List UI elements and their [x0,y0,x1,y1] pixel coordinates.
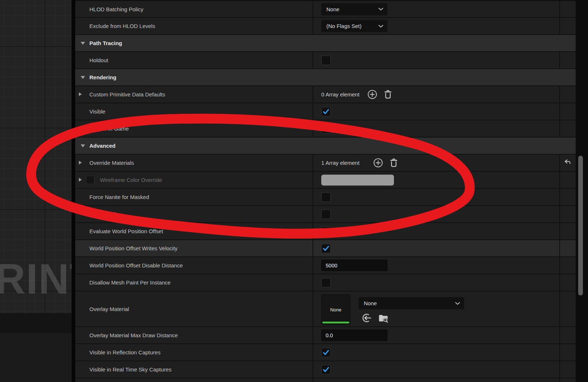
category-path-tracing[interactable]: Path Tracing [75,35,576,52]
row-partial [75,378,576,382]
visible-reflection-captures-checkbox[interactable] [321,348,331,357]
property-label: Visible in Real Time Sky Captures [89,366,172,373]
reset-to-default-button[interactable] [563,158,571,168]
chevron-down-icon [455,302,460,305]
overlay-material-thumbnail[interactable]: None [321,295,350,325]
property-label: World Position Offset Disable Distance [89,262,183,268]
collapse-arrow-icon[interactable] [81,76,85,79]
blueprint-viewport[interactable]: RINT [0,0,72,382]
row-override-materials: Override Materials 1 Array element [75,155,576,172]
wpo-writes-velocity-checkbox[interactable] [321,244,331,253]
row-visible-in-real-time-sky-captures: Visible in Real Time Sky Captures [75,361,576,378]
viewport-bottom-panel [0,333,72,382]
dropdown-value: None [364,300,377,306]
property-label: Evaluate World Position Offset [89,228,163,234]
disallow-mesh-paint-checkbox[interactable] [321,278,331,287]
property-label: World Position Offset Writes Velocity [89,245,178,251]
input-value: 0.0 [326,333,333,338]
thumbnail-label: None [330,307,341,313]
row-wireframe-color-override: Wireframe Color Override [75,172,576,189]
dropdown-value: None [326,6,339,12]
row-custom-primitive-data-defaults: Custom Primitive Data Defaults 0 Array e… [75,86,576,103]
row-allow-nanite: Allow Nanite [75,206,576,223]
dropdown-value: (No Flags Set) [326,23,362,29]
row-visible: Visible [75,103,576,120]
clear-array-button[interactable] [389,158,398,168]
row-hlod-batching-policy: HLOD Batching Policy None [75,1,576,18]
overlay-material-dropdown[interactable]: None [359,297,464,309]
property-label: Force Nanite for Masked [89,194,149,200]
row-evaluate-world-position-offset: Evaluate World Position Offset [75,223,576,240]
allow-nanite-checkbox[interactable] [321,210,331,219]
array-element-count: 1 Array element [321,160,359,166]
chevron-down-icon [378,8,383,11]
row-overlay-material: Overlay Material None None [75,291,576,327]
property-label: Visible [89,108,105,115]
property-label: Disallow Mesh Paint Per Instance [89,279,170,286]
collapse-arrow-icon[interactable] [81,42,85,45]
expand-arrow-icon[interactable] [79,92,82,96]
row-overlay-material-max-draw-distance: Overlay Material Max Draw Distance 0.0 [75,327,576,344]
wireframe-color-swatch[interactable] [321,175,394,186]
wireframe-color-override-enable-checkbox[interactable] [86,176,94,184]
add-array-element-button[interactable] [367,89,377,99]
hlod-batching-policy-dropdown[interactable]: None [321,3,387,15]
checkmark-icon [323,228,329,235]
blueprint-watermark: RINT [0,255,72,303]
row-hidden-in-game: Hidden in Game [75,120,576,138]
property-label: Visible in Reflection Captures [89,349,161,355]
input-value: 5000 [326,263,337,268]
collapse-arrow-icon[interactable] [81,144,85,147]
browse-to-asset-button[interactable] [378,313,389,323]
holdout-checkbox[interactable] [321,56,331,65]
row-holdout: Holdout [75,52,576,69]
details-panel: HLOD Batching Policy None Exclude from H… [75,0,576,382]
exclude-hlod-levels-dropdown[interactable]: (No Flags Set) [321,20,387,32]
property-label: Exclude from HLOD Levels [89,23,155,29]
checkmark-icon [323,366,329,373]
property-label: Allow Nanite [89,211,120,217]
checkmark-icon [323,108,329,115]
scrollbar-thumb[interactable] [578,156,583,295]
scrollbar-track[interactable] [576,0,588,382]
asset-type-color-bar [322,322,349,323]
row-exclude-from-hlod-levels: Exclude from HLOD Levels (No Flags Set) [75,18,576,35]
category-title: Rendering [89,74,116,80]
category-title: Advanced [89,143,116,149]
chevron-down-icon [378,25,383,28]
checkmark-icon [323,349,329,356]
array-element-count: 0 Array element [321,91,359,98]
property-label: Overlay Material [89,306,129,312]
visible-rt-sky-captures-checkbox[interactable] [321,365,331,374]
wpo-disable-distance-input[interactable]: 5000 [321,260,387,271]
checkmark-icon [323,245,329,252]
category-rendering[interactable]: Rendering [75,69,576,86]
blueprint-grid[interactable]: RINT [0,0,72,313]
row-wpo-writes-velocity: World Position Offset Writes Velocity [75,240,576,257]
row-wpo-disable-distance: World Position Offset Disable Distance 5… [75,257,576,274]
visible-checkbox[interactable] [321,107,331,116]
row-force-nanite-for-masked: Force Nanite for Masked [75,189,576,206]
row-visible-in-reflection-captures: Visible in Reflection Captures [75,344,576,361]
overlay-max-draw-distance-input[interactable]: 0.0 [321,330,387,341]
clear-array-button[interactable] [383,89,392,99]
property-label: Wireframe Color Override [100,177,162,183]
force-nanite-for-masked-checkbox[interactable] [321,192,331,202]
use-selected-asset-button[interactable] [361,313,372,323]
property-label: HLOD Batching Policy [89,6,143,12]
category-title: Path Tracing [89,40,122,46]
evaluate-wpo-checkbox[interactable] [321,227,331,236]
property-label: Holdout [89,57,108,63]
hidden-in-game-checkbox[interactable] [321,124,331,134]
property-label: Override Materials [89,160,134,166]
add-array-element-button[interactable] [373,158,383,168]
expand-arrow-icon[interactable] [79,178,82,182]
property-label: Hidden in Game [89,126,129,132]
category-advanced[interactable]: Advanced [75,138,576,155]
property-label: Overlay Material Max Draw Distance [89,332,178,338]
expand-arrow-icon[interactable] [79,161,82,164]
editor-window: RINT HLOD Batching Policy None Exclude f… [0,0,588,382]
panel-splitter[interactable] [72,0,75,382]
viewport-lower-strip [0,313,72,333]
row-disallow-mesh-paint-per-instance: Disallow Mesh Paint Per Instance [75,274,576,291]
